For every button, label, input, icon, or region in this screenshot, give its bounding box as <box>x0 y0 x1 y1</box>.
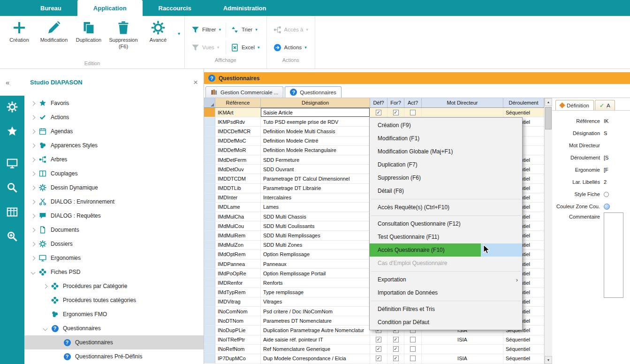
collapse-chevron-icon[interactable] <box>40 327 50 330</box>
rail-monitor-button[interactable] <box>7 158 18 171</box>
row-marker[interactable] <box>204 203 215 212</box>
tree-item-agendas[interactable]: Agendas <box>24 124 204 138</box>
checkbox[interactable] <box>376 346 381 352</box>
dropdown-arrow-icon[interactable]: ▾ <box>219 27 221 32</box>
duplication-button[interactable]: Duplication <box>71 17 106 44</box>
menu-tab-administration[interactable]: Administration <box>207 0 282 16</box>
dropdown-arrow-icon[interactable]: ▾ <box>217 45 220 50</box>
tree-item-procedures-par-categorie[interactable]: Procédures par Catégorie <box>24 279 204 293</box>
row-marker[interactable] <box>204 269 215 278</box>
expand-chevron-icon[interactable] <box>28 200 38 204</box>
collapse-chevron-icon[interactable] <box>28 271 38 274</box>
menu-item-detail-f8[interactable]: Détail (F8) <box>370 184 522 197</box>
acces-a-button[interactable]: Accès à▾ <box>269 23 313 37</box>
avance-dropdown[interactable]: ▾ <box>175 17 182 50</box>
row-marker[interactable] <box>204 231 215 240</box>
row-marker[interactable] <box>204 307 215 316</box>
checkbox[interactable] <box>393 337 399 342</box>
panel-tab-definition[interactable]: Définition <box>555 100 594 110</box>
menu-tab-application[interactable]: Application <box>77 0 143 16</box>
row-marker[interactable] <box>204 288 215 297</box>
checkbox[interactable] <box>376 337 381 342</box>
menu-item-definition-filtres-et-tris[interactable]: Définition Filtres et Tris <box>370 303 522 316</box>
scroll-down-button[interactable]: ▼ <box>545 356 552 364</box>
row-marker[interactable] <box>204 354 215 363</box>
expand-chevron-icon[interactable] <box>28 186 38 190</box>
dropdown-arrow-icon[interactable]: ▾ <box>304 45 307 50</box>
row-marker[interactable] <box>204 117 215 126</box>
expand-chevron-icon[interactable] <box>28 257 38 260</box>
tree-item-ergonomies-fmo[interactable]: Ergonomies FMO <box>24 307 204 321</box>
trier-button[interactable]: Trier▾ <box>226 23 265 37</box>
column-header-designation[interactable]: Désignation <box>261 98 370 107</box>
menu-item-acces-questionnaire-f10[interactable]: Accès Questionnaire (F10) <box>370 243 522 257</box>
checkbox[interactable] <box>410 346 416 352</box>
tree-item-questionnaires[interactable]: Questionnaires <box>24 321 204 335</box>
column-header-marker[interactable] <box>204 98 215 107</box>
creation-button[interactable]: Création <box>2 17 37 44</box>
tree-item-questionnaires-pre-definis[interactable]: Questionnaires Pré-Définis <box>24 349 204 364</box>
tree-item-dialog-environnement[interactable]: DIALOG : Environnement <box>24 195 204 209</box>
rail-grid-button[interactable] <box>7 206 18 220</box>
tree-item-dialog-requetes[interactable]: DIALOG : Requêtes <box>24 209 204 223</box>
checkbox[interactable] <box>393 356 399 361</box>
column-header-deroulement[interactable]: Déroulement <box>503 98 544 107</box>
row-marker[interactable] <box>204 278 215 287</box>
vertical-scrollbar[interactable]: ▲ ▼ <box>544 98 552 364</box>
rail-star-button[interactable] <box>7 126 18 139</box>
modification-button[interactable]: Modification <box>37 17 71 44</box>
checkbox[interactable] <box>410 337 416 342</box>
row-marker[interactable] <box>204 335 215 344</box>
table-row-IP7DupMCo[interactable]: IP7DupMCoDup Modele Correspondance / Elc… <box>204 354 544 364</box>
row-marker[interactable] <box>204 316 215 325</box>
suppression-button[interactable]: Suppression(F6) <box>106 17 141 50</box>
menu-item-importation-de-donnees[interactable]: Importation de Données <box>370 286 522 299</box>
menu-item-creation-f9[interactable]: Création (F9) <box>370 119 522 132</box>
menu-tab-bureau[interactable]: Bureau <box>24 0 77 16</box>
column-header-mot-directeur[interactable]: Mot Directeur <box>422 98 503 107</box>
panel-tab-a[interactable]: ✓A <box>595 100 615 110</box>
table-row-IKMArt[interactable]: IKMArtSaisie ArticleSéquentiel <box>204 108 544 117</box>
column-header-act[interactable]: Act? <box>404 98 422 107</box>
rail-search-button[interactable] <box>7 182 18 195</box>
expand-chevron-icon[interactable] <box>28 144 38 147</box>
row-marker[interactable] <box>204 174 215 183</box>
row-marker[interactable] <box>204 193 215 202</box>
menu-item-duplication-f7[interactable]: Duplication (F7) <box>370 158 522 171</box>
row-marker[interactable] <box>204 146 215 155</box>
expand-chevron-icon[interactable] <box>28 243 38 246</box>
row-marker[interactable] <box>204 108 215 117</box>
scroll-up-button[interactable]: ▲ <box>545 98 552 106</box>
doc-tab-questionnaires[interactable]: Questionnaires <box>285 86 341 98</box>
column-header-def[interactable]: Déf? <box>370 98 387 107</box>
tree-item-dessin-dynamique[interactable]: Dessin Dynamique <box>24 181 204 195</box>
row-marker[interactable] <box>204 221 215 230</box>
menu-item-modification-f1[interactable]: Modification (F1) <box>370 132 522 145</box>
tree-item-procedures-toutes-categories[interactable]: Procédures toutes catégories <box>24 293 204 307</box>
excel-button[interactable]: Excel▾ <box>226 40 265 54</box>
tree-item-favoris[interactable]: Favoris <box>24 96 204 110</box>
menu-item-modification-globale-maj-f1[interactable]: Modification Globale (Maj+F1) <box>370 145 522 158</box>
tree-item-documents[interactable]: Documents <box>24 223 204 237</box>
tree-item-actions[interactable]: Actions <box>24 110 204 124</box>
doc-tab-gestion-commerciale[interactable]: Gestion Commerciale ... <box>205 86 283 98</box>
menu-tab-raccourcis[interactable]: Raccourcis <box>143 0 207 16</box>
row-marker[interactable] <box>204 345 215 354</box>
row-marker[interactable] <box>204 241 215 250</box>
row-marker[interactable] <box>204 259 215 268</box>
checkbox[interactable] <box>410 110 416 115</box>
checkbox[interactable] <box>410 356 416 361</box>
close-sidebar-button[interactable]: × <box>193 78 198 87</box>
rail-searchplus-button[interactable] <box>7 231 18 244</box>
tree-item-couplages[interactable]: Couplages <box>24 167 204 181</box>
collapse-sidebar-button[interactable]: « <box>6 78 24 86</box>
menu-item-exportation[interactable]: Exportation› <box>370 273 522 286</box>
row-marker[interactable] <box>204 297 215 306</box>
dropdown-arrow-icon[interactable]: ▾ <box>255 27 258 32</box>
row-marker[interactable] <box>204 127 215 136</box>
table-row-INoITRefPtr[interactable]: INoITRefPtrAide saisie réf. pointeur ITI… <box>204 335 544 345</box>
commentaire-textarea[interactable] <box>604 212 623 298</box>
expand-chevron-icon[interactable] <box>28 130 38 133</box>
tree-item-fiches-psd[interactable]: Fiches PSD <box>24 265 204 279</box>
tree-item-questionnaires[interactable]: Questionnaires <box>24 335 204 349</box>
